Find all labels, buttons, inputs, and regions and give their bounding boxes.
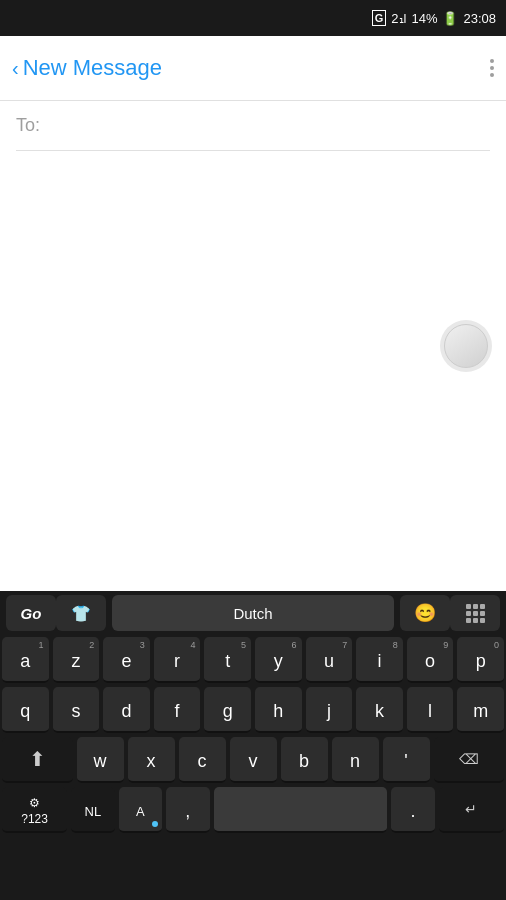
- keyboard-top-bar: Go 👕 Dutch 😊: [0, 591, 506, 635]
- back-button[interactable]: ‹: [12, 58, 19, 78]
- lang-flag-label: A: [136, 805, 145, 818]
- keyboard-row-2: q s d f g h j k l m: [2, 687, 504, 733]
- backspace-icon: ⌫: [459, 751, 479, 767]
- grid-button[interactable]: [450, 595, 500, 631]
- keyboard: Go 👕 Dutch 😊 1a 2z 3e 4r 5t 6y 7: [0, 591, 506, 900]
- network-g-icon: G: [372, 10, 387, 26]
- keyboard-row-1: 1a 2z 3e 4r 5t 6y 7u 8i 9o 0p: [2, 637, 504, 683]
- overflow-dot-3: [490, 73, 494, 77]
- lang-dot: [152, 821, 158, 827]
- key-c[interactable]: c: [179, 737, 226, 783]
- numbers-label: ⚙: [29, 797, 40, 809]
- shift-key[interactable]: ⬆: [2, 737, 73, 783]
- go-label: Go: [21, 605, 42, 622]
- key-q[interactable]: q: [2, 687, 49, 733]
- key-b[interactable]: b: [281, 737, 328, 783]
- language-flag-key[interactable]: A: [119, 787, 162, 833]
- key-l[interactable]: l: [407, 687, 454, 733]
- key-w[interactable]: w: [77, 737, 124, 783]
- send-button-circle: [444, 324, 488, 368]
- language-button[interactable]: Dutch: [112, 595, 394, 631]
- status-bar: G 2₁l 14% 🔋 23:08: [0, 0, 506, 36]
- status-icons: G 2₁l 14% 🔋 23:08: [372, 10, 496, 26]
- keyboard-row-4: ⚙ ?123 NL A , . ↵: [2, 787, 504, 833]
- key-n[interactable]: n: [332, 737, 379, 783]
- key-g[interactable]: g: [204, 687, 251, 733]
- clock: 23:08: [463, 11, 496, 26]
- emoji-icon: 😊: [414, 602, 436, 624]
- nl-key[interactable]: NL: [71, 787, 114, 833]
- keyboard-rows: 1a 2z 3e 4r 5t 6y 7u 8i 9o 0p q s d f g …: [0, 635, 506, 839]
- key-d[interactable]: d: [103, 687, 150, 733]
- key-m[interactable]: m: [457, 687, 504, 733]
- key-z[interactable]: 2z: [53, 637, 100, 683]
- key-i[interactable]: 8i: [356, 637, 403, 683]
- language-label: Dutch: [233, 605, 272, 622]
- 123-label: ?123: [21, 813, 48, 825]
- key-h[interactable]: h: [255, 687, 302, 733]
- backspace-key[interactable]: ⌫: [434, 737, 505, 783]
- space-key[interactable]: [214, 787, 388, 833]
- overflow-dot-2: [490, 66, 494, 70]
- key-u[interactable]: 7u: [306, 637, 353, 683]
- key-f[interactable]: f: [154, 687, 201, 733]
- shirt-button[interactable]: 👕: [56, 595, 106, 631]
- key-r[interactable]: 4r: [154, 637, 201, 683]
- keyboard-row-3: ⬆ w x c v b n ' ⌫: [2, 737, 504, 783]
- key-v[interactable]: v: [230, 737, 277, 783]
- battery-percent: 14%: [411, 11, 437, 26]
- to-label: To:: [16, 115, 40, 135]
- comma-key[interactable]: ,: [166, 787, 209, 833]
- enter-icon: ↵: [465, 801, 477, 817]
- key-p[interactable]: 0p: [457, 637, 504, 683]
- signal-icon: 2₁l: [391, 11, 406, 26]
- emoji-button[interactable]: 😊: [400, 595, 450, 631]
- numbers-key[interactable]: ⚙ ?123: [2, 787, 67, 833]
- overflow-dot-1: [490, 59, 494, 63]
- key-t[interactable]: 5t: [204, 637, 251, 683]
- page-title: New Message: [23, 55, 162, 81]
- overflow-menu-button[interactable]: [490, 59, 494, 77]
- shift-icon: ⬆: [29, 747, 46, 771]
- battery-icon: 🔋: [442, 11, 458, 26]
- key-e[interactable]: 3e: [103, 637, 150, 683]
- shirt-icon: 👕: [71, 604, 91, 623]
- to-divider: [16, 150, 490, 151]
- key-apostrophe[interactable]: ': [383, 737, 430, 783]
- go-button[interactable]: Go: [6, 595, 56, 631]
- key-s[interactable]: s: [53, 687, 100, 733]
- key-k[interactable]: k: [356, 687, 403, 733]
- key-o[interactable]: 9o: [407, 637, 454, 683]
- comma-label: ,: [185, 802, 190, 820]
- key-j[interactable]: j: [306, 687, 353, 733]
- key-y[interactable]: 6y: [255, 637, 302, 683]
- nl-label: NL: [85, 805, 102, 818]
- send-button[interactable]: [440, 320, 492, 372]
- key-a[interactable]: 1a: [2, 637, 49, 683]
- period-label: .: [411, 802, 416, 820]
- app-bar: ‹ New Message: [0, 36, 506, 101]
- enter-key[interactable]: ↵: [439, 787, 504, 833]
- grid-icon: [466, 604, 485, 623]
- key-x[interactable]: x: [128, 737, 175, 783]
- app-bar-left: ‹ New Message: [12, 55, 162, 81]
- period-key[interactable]: .: [391, 787, 434, 833]
- message-compose-area: To:: [0, 101, 506, 591]
